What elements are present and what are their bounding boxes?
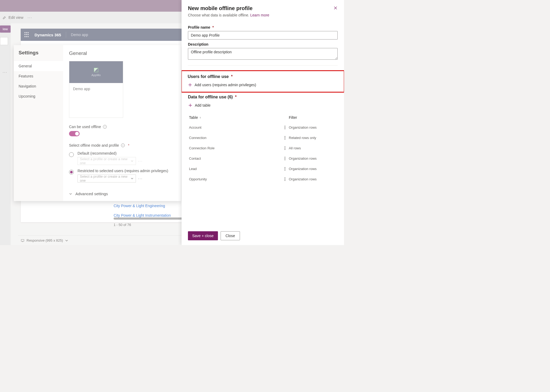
learn-more-link[interactable]: Learn more — [250, 13, 269, 17]
row-table-name: Account — [189, 125, 281, 129]
users-heading: Users for offline use * — [188, 74, 342, 79]
settings-sidebar: Settings General Features Navigation Upc… — [14, 45, 63, 201]
more-icon: ··· — [138, 159, 143, 163]
left-rail — [0, 23, 11, 245]
divider — [188, 65, 338, 66]
pencil-icon — [3, 16, 6, 19]
can-be-used-offline-label: Can be used offline — [69, 125, 101, 129]
panel-header: New mobile offline profile Choose what d… — [182, 0, 344, 20]
panel-subtitle: Choose what data is available offline. L… — [188, 13, 338, 17]
settings-nav-navigation[interactable]: Navigation — [14, 81, 63, 91]
radio-icon[interactable] — [69, 152, 74, 157]
required-asterisk: * — [235, 95, 237, 99]
more-icon[interactable]: ··· — [138, 176, 143, 181]
settings-nav-general[interactable]: General — [14, 61, 63, 71]
more-vertical-icon[interactable] — [285, 126, 285, 129]
edit-view-label[interactable]: Edit view — [8, 15, 23, 20]
col-header-table[interactable]: Table ↑ — [189, 115, 289, 120]
side-panel: New mobile offline profile Choose what d… — [182, 0, 344, 245]
panel-body: Profile name * Description Offline profi… — [182, 20, 344, 227]
chevron-down-icon — [131, 159, 134, 163]
users-highlight-box: Users for offline use * Add users (requi… — [182, 70, 344, 93]
table-row[interactable]: Connection Related rows only — [188, 133, 338, 143]
row-more-menu[interactable] — [281, 126, 289, 129]
chevron-down-icon — [131, 177, 134, 180]
left-more-icon[interactable]: ··· — [3, 70, 7, 74]
row-table-name: Opportunity — [189, 177, 281, 181]
option-default-label: Default (recommended) — [78, 151, 143, 155]
row-filter-value: Organization rows — [289, 167, 337, 171]
row-filter-value: Organization rows — [289, 177, 337, 181]
subtitle-text: Choose what data is available offline. — [188, 13, 249, 17]
more-vertical-icon[interactable] — [285, 177, 285, 181]
offline-toggle[interactable] — [69, 131, 80, 136]
panel-title: New mobile offline profile — [188, 5, 338, 11]
app-tile-name: Demo app — [69, 83, 123, 117]
chevron-down-icon[interactable] — [65, 239, 68, 242]
profile-name-input[interactable] — [188, 31, 338, 40]
radio-icon[interactable] — [69, 170, 74, 175]
table-row[interactable]: Contact Organization rows — [188, 153, 338, 164]
select-placeholder: Select a profile or create a new one — [80, 157, 131, 165]
select-placeholder: Select a profile or create a new one — [80, 175, 131, 182]
add-users-label: Add users (requires admin privileges) — [195, 83, 256, 87]
responsive-label[interactable]: Responsive (995 x 825) — [27, 238, 63, 242]
sort-up-icon: ↑ — [199, 116, 201, 119]
profile-select-disabled: Select a profile or create a new one — [78, 157, 136, 165]
broken-image-icon — [94, 68, 98, 72]
row-filter-value: Organization rows — [289, 156, 337, 160]
advanced-settings-toggle[interactable]: Advanced settings — [69, 191, 176, 196]
row-more-menu[interactable] — [281, 177, 289, 181]
table-row[interactable]: Account Organization rows — [188, 122, 338, 133]
small-search-box[interactable] — [0, 37, 8, 45]
panel-footer: Save + close Close — [182, 227, 344, 245]
data-heading: Data for offline use (6) * — [188, 95, 338, 99]
table-row[interactable]: Connection Role All rows — [188, 143, 338, 153]
option-restricted[interactable]: Restricted to selected users (requires a… — [69, 169, 176, 182]
more-vertical-icon[interactable] — [285, 136, 285, 140]
row-table-name: Connection Role — [189, 146, 281, 150]
more-vertical-icon[interactable] — [285, 167, 285, 171]
info-icon[interactable]: i — [121, 143, 125, 147]
close-icon[interactable] — [333, 6, 338, 10]
row-more-menu[interactable] — [281, 167, 289, 171]
add-table-button[interactable]: Add table — [188, 101, 338, 110]
description-textarea[interactable]: Offline profile description — [188, 48, 338, 60]
advanced-settings-label: Advanced settings — [75, 191, 108, 196]
more-vertical-icon[interactable] — [285, 146, 285, 150]
row-name-link[interactable]: City Power & Light Instrumentation — [114, 213, 171, 217]
settings-main-heading: General — [69, 50, 176, 56]
settings-title: Settings — [14, 50, 63, 61]
row-more-menu[interactable] — [281, 157, 289, 160]
plus-icon — [188, 103, 192, 107]
table-row[interactable]: Lead Organization rows — [188, 164, 338, 174]
settings-nav-features[interactable]: Features — [14, 71, 63, 81]
row-more-menu[interactable] — [281, 146, 289, 150]
waffle-icon[interactable] — [24, 32, 30, 37]
profile-name-label: Profile name * — [188, 25, 338, 29]
new-button[interactable]: lew — [0, 25, 11, 33]
offline-label-row: Can be used offline i — [69, 125, 176, 129]
svg-rect-0 — [21, 239, 24, 241]
close-button[interactable]: Close — [221, 231, 240, 240]
add-users-button[interactable]: Add users (requires admin privileges) — [188, 81, 342, 89]
col-header-filter[interactable]: Filter — [289, 115, 337, 120]
option-default[interactable]: Default (recommended) Select a profile o… — [69, 151, 176, 165]
info-icon[interactable]: i — [103, 125, 107, 129]
option-restricted-label: Restricted to selected users (requires a… — [78, 169, 168, 173]
preview-app-name: Demo app — [71, 33, 88, 37]
row-table-name: Connection — [189, 136, 281, 140]
row-name-link[interactable]: City Power & Light Engineering — [114, 204, 165, 208]
required-asterisk: * — [212, 25, 214, 29]
settings-nav-upcoming[interactable]: Upcoming — [14, 91, 63, 101]
table-row[interactable]: Opportunity Organization rows — [188, 174, 338, 184]
row-more-menu[interactable] — [281, 136, 289, 140]
save-close-button[interactable]: Save + close — [188, 231, 218, 240]
profile-select[interactable]: Select a profile or create a new one — [78, 175, 136, 182]
select-mode-label: Select offline mode and profile — [69, 143, 119, 147]
chevron-down-icon — [69, 192, 72, 195]
app-tile[interactable]: AppMo Demo app — [69, 61, 123, 118]
settings-main: General AppMo Demo app Can be used offli… — [63, 45, 181, 201]
more-icon[interactable]: ··· — [28, 15, 32, 20]
more-vertical-icon[interactable] — [285, 157, 285, 160]
